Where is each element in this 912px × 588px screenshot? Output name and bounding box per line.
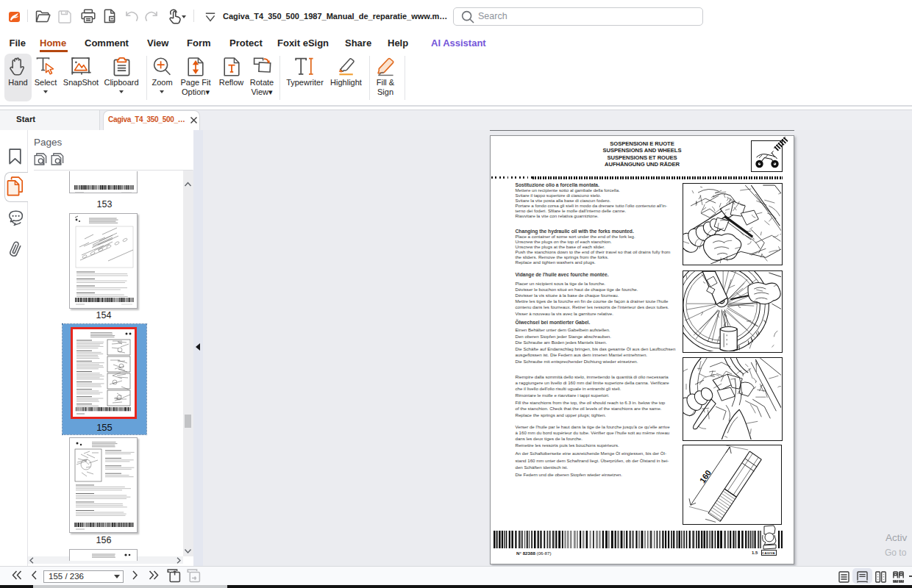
svg-text:160: 160 (698, 468, 713, 484)
